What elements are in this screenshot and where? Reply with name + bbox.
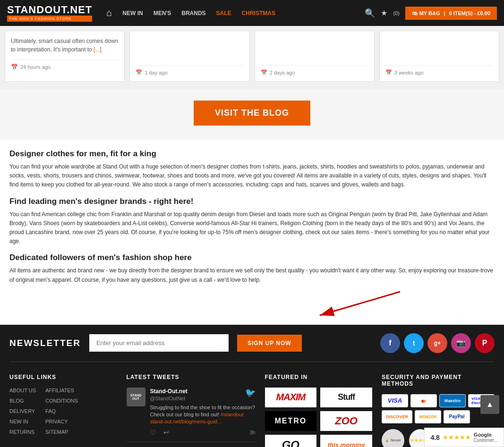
footer-featured: FEATURED IN MAXIM Stuff METRO ZOO xyxy=(265,374,373,447)
footer-links-columns: ABOUT US BLOG DELIVERY NEW IN RETURNS AF… xyxy=(9,388,117,435)
featured-row-2: METRO ZOO xyxy=(265,411,373,431)
newsletter-left: NEWSLETTER SIGN UP NOW xyxy=(9,334,302,352)
instagram-icon[interactable]: 📷 xyxy=(451,333,471,353)
footer-link-affiliates[interactable]: AFFILIATES xyxy=(45,388,78,393)
search-icon[interactable]: 🔍 xyxy=(365,8,375,18)
calendar-icon-1: 📅 xyxy=(11,64,18,70)
google-rating-widget: 4.8 ★★★★★ Google Customer... xyxy=(424,428,504,447)
seo-p2: You can find American college chic from … xyxy=(9,210,495,246)
nav-mens[interactable]: MEN'S xyxy=(154,10,171,17)
footer-link-delivery[interactable]: DELIVERY xyxy=(9,408,36,414)
social-icons-wrap: f t g+ 📷 P xyxy=(380,333,495,353)
stuff-logo: Stuff xyxy=(338,392,355,402)
seo-h2: Find leading men's designer brands - rig… xyxy=(9,197,495,206)
wishlist-count: (0) xyxy=(393,10,399,16)
bag-button[interactable]: 🛍 MY BAG | 0 ITEM(S) - £0.00 xyxy=(405,7,497,20)
main-nav: ⌂ NEW IN MEN'S BRANDS SALE CHRISTMAS xyxy=(102,8,365,18)
google-stars: ★★★★★ xyxy=(443,434,471,441)
footer-links-col2: AFFILIATES CONDITIONS FAQ PRIVACY SITEMA… xyxy=(45,388,78,435)
seo-p1: You can find your whole wardrobe at Stan… xyxy=(9,162,495,190)
nav-christmas[interactable]: CHRISTMAS xyxy=(242,10,275,17)
logo-wrap[interactable]: STANDOUT.NET THE MEN'S FASHION STORE xyxy=(7,4,92,22)
blog-card-4: 📅 3 weeks ago xyxy=(379,31,499,82)
blog-card-1-date: 📅 24 hours ago xyxy=(11,59,119,70)
tweet-1: STAND OUT Stand-Out.net @StandOutNet 🐦 S… xyxy=(127,388,256,442)
payment-row-2: DISCOVER amazon PayPal xyxy=(382,410,495,423)
blog-card-3-date-text: 2 days ago xyxy=(270,70,295,76)
nav-new-in[interactable]: NEW IN xyxy=(122,10,143,17)
newsletter-email-input[interactable] xyxy=(89,334,229,352)
featured-title: FEATURED IN xyxy=(265,374,373,380)
seo-h1: Designer clothes for men, fit for a king xyxy=(9,149,495,159)
googleplus-icon[interactable]: g+ xyxy=(427,333,447,353)
tweets-title: LATEST TWEETS xyxy=(127,374,256,380)
footer-link-privacy[interactable]: PRIVACY xyxy=(45,419,78,424)
arrow-annotation xyxy=(9,292,495,318)
bag-items: 0 ITEM(S) - £0.00 xyxy=(449,10,490,16)
pinterest-icon[interactable]: P xyxy=(475,333,495,353)
back-to-top-button[interactable]: ▲ xyxy=(480,395,499,414)
footer-link-new-in[interactable]: NEW IN xyxy=(9,419,36,424)
payment-amazon: amazon xyxy=(415,410,441,423)
google-score: 4.8 xyxy=(430,434,439,441)
footer-link-faq[interactable]: FAQ xyxy=(45,408,78,414)
featured-zoo: ZOO xyxy=(320,411,372,431)
featured-grid: MAXIM Stuff METRO ZOO GQ this mo xyxy=(265,388,373,447)
newsletter-signup-button[interactable]: SIGN UP NOW xyxy=(237,335,302,352)
featured-stuff: Stuff xyxy=(320,388,372,407)
seo-section: Designer clothes for men, fit for a king… xyxy=(0,140,504,325)
tweet-1-retweet[interactable]: ↩ xyxy=(163,429,169,436)
featured-maxim: MAXIM xyxy=(265,388,317,407)
logo-text: STANDOUT.NET xyxy=(7,4,92,16)
footer-link-sitemap[interactable]: SITEMAP xyxy=(45,429,78,435)
newsletter-section: NEWSLETTER SIGN UP NOW f t g+ 📷 P xyxy=(0,325,504,362)
red-arrow-svg xyxy=(296,287,400,320)
blog-card-1-date-text: 24 hours ago xyxy=(20,64,51,70)
thismorning-logo: this morning xyxy=(328,441,365,447)
featured-row-3: GQ this morning xyxy=(265,435,373,447)
footer-useful-links: USEFUL LINKS ABOUT US BLOG DELIVERY NEW … xyxy=(9,374,117,447)
newsletter-label: NEWSLETTER xyxy=(9,338,81,348)
blog-card-3-date: 📅 2 days ago xyxy=(261,65,368,76)
tweet-1-like[interactable]: ♡ xyxy=(150,429,156,436)
footer-link-blog[interactable]: BLOG xyxy=(9,398,36,404)
tweet-1-link[interactable]: #standout stand-out.net/blog/mens-guid..… xyxy=(150,412,244,424)
logo-sub: THE MEN'S FASHION STORE xyxy=(7,16,92,22)
gq-logo: GQ xyxy=(282,439,299,447)
blog-card-1-text: Ultimately, smart casual often comes dow… xyxy=(11,37,119,54)
blog-card-1-link[interactable]: [...] xyxy=(94,46,102,53)
wishlist-icon[interactable]: ★ xyxy=(381,8,387,17)
tweet-1-bird: 🐦 xyxy=(245,388,256,398)
bag-label: MY BAG xyxy=(419,10,440,16)
calendar-icon-4: 📅 xyxy=(385,69,392,76)
visit-blog-button[interactable]: VISIT THE BLOG xyxy=(194,101,310,126)
blog-card-2-date-text: 1 day ago xyxy=(145,70,167,76)
footer-link-returns[interactable]: RETURNS xyxy=(9,429,36,435)
blog-card-1: Ultimately, smart casual often comes dow… xyxy=(5,31,125,82)
nav-brands[interactable]: BRANDS xyxy=(181,10,205,17)
site-header: STANDOUT.NET THE MEN'S FASHION STORE ⌂ N… xyxy=(0,0,504,26)
payment-discover: DISCOVER xyxy=(382,410,412,423)
blog-card-2: 📅 1 day ago xyxy=(129,31,249,82)
tweet-1-time: 3h xyxy=(249,430,255,435)
google-label: Google xyxy=(474,432,498,438)
footer-link-about[interactable]: ABOUT US xyxy=(9,388,36,393)
featured-metro: METRO xyxy=(265,411,317,431)
facebook-icon[interactable]: f xyxy=(380,333,400,353)
tweet-1-name: Stand-Out.net xyxy=(150,388,188,395)
payment-visa: VISA xyxy=(382,394,408,407)
maxim-logo: MAXIM xyxy=(276,392,306,403)
visit-blog-section: VISIT THE BLOG xyxy=(0,89,504,140)
nav-home-icon[interactable]: ⌂ xyxy=(106,8,112,18)
header-right: 🔍 ★ (0) 🛍 MY BAG | 0 ITEM(S) - £0.00 xyxy=(365,7,497,20)
payment-paypal: PayPal xyxy=(444,410,470,423)
footer-link-conditions[interactable]: CONDITIONS xyxy=(45,398,78,404)
blog-card-4-date-text: 3 weeks ago xyxy=(394,70,424,76)
footer-links-col1: ABOUT US BLOG DELIVERY NEW IN RETURNS xyxy=(9,388,36,435)
tweet-1-actions: ♡ ↩ 3h xyxy=(150,429,256,436)
twitter-icon[interactable]: t xyxy=(404,333,424,353)
featured-thismorning: this morning xyxy=(320,435,372,447)
footer-tweets: LATEST TWEETS STAND OUT Stand-Out.net @S… xyxy=(127,374,256,447)
zoo-logo: ZOO xyxy=(335,415,358,427)
nav-sale[interactable]: SALE xyxy=(216,10,231,17)
